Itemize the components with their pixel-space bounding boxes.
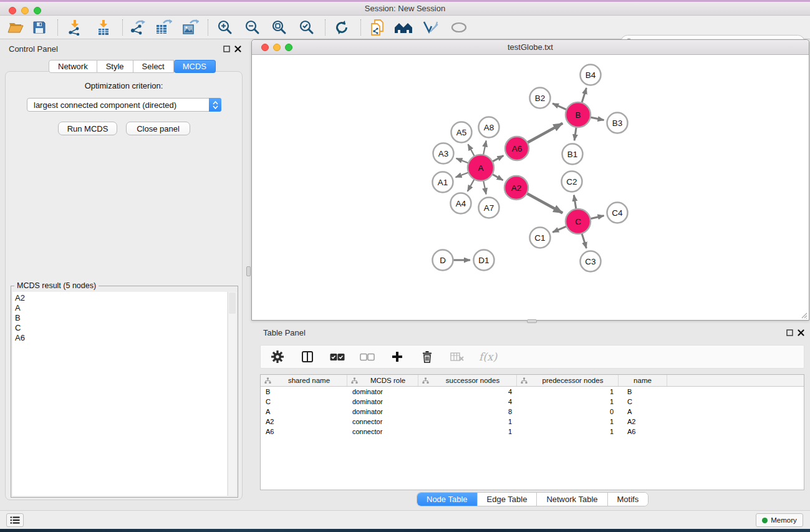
- network-window-titlebar[interactable]: testGlobe.txt: [252, 40, 809, 55]
- column-header-name[interactable]: name: [619, 375, 667, 386]
- close-table-panel-icon[interactable]: [798, 329, 804, 336]
- graph-edge-C-C4[interactable]: [591, 216, 604, 219]
- graph-edge-A-A8[interactable]: [483, 141, 486, 155]
- tab-mcds[interactable]: MCDS: [174, 60, 216, 73]
- graph-edge-A-A3[interactable]: [456, 158, 469, 163]
- graph-edge-B-B4[interactable]: [582, 88, 586, 103]
- mcds-result-list[interactable]: A2ABCA6: [12, 292, 227, 496]
- mcds-list-scrollbar[interactable]: [228, 292, 236, 496]
- mcds-result-item[interactable]: C: [15, 323, 227, 333]
- network-canvas[interactable]: B4B2BB3A8A5A6A3B1AC2A1A2A4A7C4CC1DD1C3: [252, 55, 809, 320]
- vertical-splitter-handle[interactable]: [246, 266, 251, 276]
- zoom-fit-button[interactable]: [269, 19, 290, 36]
- table-settings-button[interactable]: [269, 350, 286, 364]
- graph-node-A7[interactable]: A7: [479, 198, 499, 218]
- tab-node-table[interactable]: Node Table: [417, 493, 477, 506]
- graph-node-A1[interactable]: A1: [433, 172, 453, 193]
- float-table-panel-icon[interactable]: [786, 329, 793, 336]
- save-session-button[interactable]: [29, 19, 50, 36]
- graph-edge-C-C1[interactable]: [552, 226, 566, 233]
- zoom-selected-button[interactable]: [296, 19, 317, 36]
- column-header-predecessor-nodes[interactable]: predecessor nodes: [517, 375, 619, 386]
- run-mcds-button[interactable]: Run MCDS: [58, 122, 117, 135]
- zoom-out-button[interactable]: [242, 19, 263, 36]
- horizontal-splitter-handle[interactable]: [527, 319, 537, 323]
- graph-node-A4[interactable]: A4: [451, 193, 471, 214]
- mcds-result-item[interactable]: A2: [15, 293, 227, 303]
- graph-edge-A-A1[interactable]: [456, 172, 469, 177]
- tab-style[interactable]: Style: [97, 60, 133, 73]
- graph-edge-A-A6[interactable]: [493, 156, 504, 162]
- deselect-all-columns-button[interactable]: [359, 353, 375, 361]
- graph-node-A8[interactable]: A8: [479, 117, 499, 138]
- show-all-networks-button[interactable]: [393, 19, 414, 36]
- graph-edge-A-A7[interactable]: [483, 181, 486, 195]
- resize-grip[interactable]: [800, 311, 808, 319]
- graph-edge-B-B3[interactable]: [591, 117, 604, 120]
- graph-edge-A-A4[interactable]: [468, 179, 475, 191]
- graph-node-C4[interactable]: C4: [607, 203, 628, 223]
- open-file-button[interactable]: [5, 19, 26, 36]
- tab-network[interactable]: Network: [49, 60, 97, 73]
- graph-node-C2[interactable]: C2: [562, 172, 582, 192]
- select-all-columns-button[interactable]: [329, 353, 345, 361]
- import-network-button[interactable]: [64, 19, 85, 36]
- graph-node-B2[interactable]: B2: [530, 88, 551, 109]
- show-graphics-details-button[interactable]: [448, 19, 470, 36]
- mcds-result-item[interactable]: B: [15, 313, 227, 323]
- float-panel-icon[interactable]: [223, 46, 230, 52]
- create-column-button[interactable]: [389, 351, 405, 362]
- table-row[interactable]: Bdominator41B: [261, 387, 804, 397]
- graph-node-B4[interactable]: B4: [581, 65, 601, 85]
- tab-select[interactable]: Select: [133, 60, 174, 73]
- graph-node-A2[interactable]: A2: [504, 176, 528, 200]
- graph-node-A5[interactable]: A5: [451, 122, 472, 143]
- export-network-button[interactable]: [127, 19, 148, 36]
- graph-node-C1[interactable]: C1: [530, 228, 551, 248]
- graph-edge-C-C3[interactable]: [582, 233, 586, 248]
- graph-node-D[interactable]: D: [433, 250, 453, 271]
- graph-edge-A6-B[interactable]: [528, 123, 563, 143]
- table-row[interactable]: Adominator80A: [261, 407, 804, 417]
- zoom-in-button[interactable]: [215, 19, 236, 36]
- tab-network-table[interactable]: Network Table: [536, 493, 607, 506]
- scrollbar-thumb[interactable]: [229, 293, 236, 314]
- delete-column-button[interactable]: [419, 351, 435, 363]
- task-history-button[interactable]: [6, 513, 24, 527]
- graph-node-D1[interactable]: D1: [474, 250, 494, 271]
- graph-node-A6[interactable]: A6: [505, 137, 529, 160]
- graph-node-A3[interactable]: A3: [433, 143, 454, 164]
- graph-edge-A-A5[interactable]: [468, 144, 475, 156]
- optimization-criterion-select[interactable]: largest connected component (directed): [27, 98, 221, 112]
- memory-button[interactable]: Memory: [756, 513, 803, 527]
- refresh-layout-button[interactable]: [331, 19, 352, 36]
- column-header-successor-nodes[interactable]: successor nodes: [418, 375, 517, 386]
- show-columns-button[interactable]: [299, 351, 316, 363]
- graph-node-B[interactable]: B: [566, 102, 591, 127]
- export-table-button[interactable]: [153, 19, 174, 36]
- graph-node-A[interactable]: A: [468, 155, 494, 181]
- mcds-result-item[interactable]: A: [15, 303, 227, 313]
- graph-edge-A2-C[interactable]: [527, 193, 563, 213]
- close-panel-icon[interactable]: [234, 46, 241, 52]
- import-table-button[interactable]: [93, 19, 114, 36]
- table-row[interactable]: Cdominator41C: [261, 397, 804, 407]
- graph-node-B1[interactable]: B1: [562, 144, 583, 165]
- graph-node-B3[interactable]: B3: [607, 113, 628, 133]
- mcds-result-item[interactable]: A6: [15, 333, 227, 343]
- graph-edge-C-C2[interactable]: [574, 195, 576, 210]
- table-row[interactable]: A2connector11A2: [261, 417, 804, 427]
- graph-node-C[interactable]: C: [566, 209, 591, 234]
- graph-edge-A-A2[interactable]: [492, 174, 503, 180]
- hide-graphics-details-button[interactable]: [420, 19, 441, 36]
- clone-network-button[interactable]: [367, 19, 388, 36]
- tab-motifs[interactable]: Motifs: [607, 493, 648, 506]
- tab-edge-table[interactable]: Edge Table: [477, 493, 537, 506]
- column-header-shared-name[interactable]: shared name: [261, 375, 347, 386]
- export-image-button[interactable]: [180, 19, 201, 36]
- table-row[interactable]: A6connector11A6: [261, 427, 804, 437]
- graph-edge-B-B1[interactable]: [574, 127, 576, 140]
- graph-node-C3[interactable]: C3: [581, 251, 601, 272]
- column-header-mcds-role[interactable]: MCDS role: [347, 375, 418, 386]
- graph-edge-B-B2[interactable]: [552, 104, 567, 110]
